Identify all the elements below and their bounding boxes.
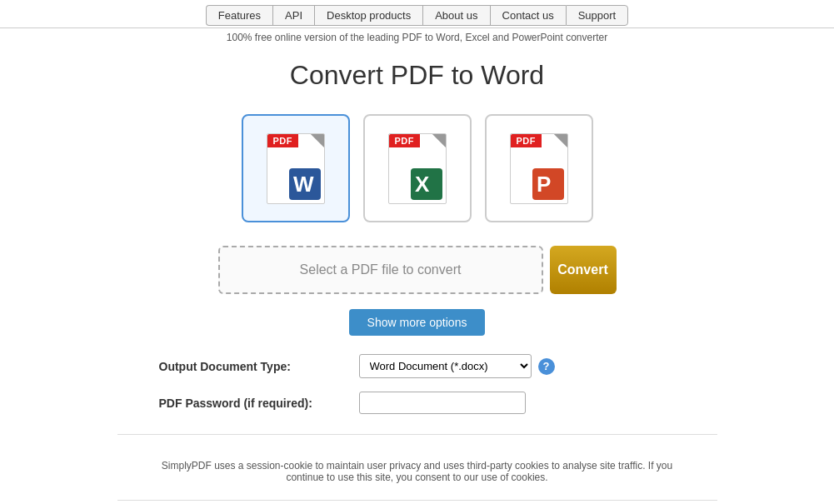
- show-more-button[interactable]: Show more options: [349, 309, 486, 336]
- nav-features[interactable]: Features: [206, 5, 272, 26]
- nav-about-us[interactable]: About us: [422, 5, 489, 26]
- options-form: Output Document Type: Word Document (*.d…: [159, 354, 676, 414]
- conversion-options: PDF W PDF: [117, 114, 717, 222]
- convert-button[interactable]: Convert: [550, 246, 617, 294]
- conv-option-powerpoint[interactable]: PDF P: [485, 114, 593, 222]
- nav-support[interactable]: Support: [566, 5, 629, 26]
- password-row: PDF Password (if required):: [159, 392, 676, 414]
- word-icon-svg: W: [289, 168, 321, 200]
- output-type-controls: Word Document (*.docx) Word 2003 Documen…: [359, 354, 555, 378]
- nav-api[interactable]: API: [272, 5, 314, 26]
- output-type-label: Output Document Type:: [159, 360, 359, 373]
- password-controls: [359, 392, 526, 414]
- main-content: Convert PDF to Word PDF W: [101, 43, 734, 504]
- pdf-excel-icon: PDF X: [388, 133, 447, 204]
- pdf-ppt-icon: PDF P: [510, 133, 568, 204]
- output-type-row: Output Document Type: Word Document (*.d…: [159, 354, 676, 378]
- conv-option-excel[interactable]: PDF X: [363, 114, 472, 222]
- ppt-icon-svg: P: [532, 168, 564, 200]
- password-input[interactable]: [359, 392, 526, 414]
- nav-contact-us[interactable]: Contact us: [490, 5, 566, 26]
- svg-text:X: X: [415, 172, 430, 197]
- drop-area-row: Select a PDF file to convert Convert: [117, 246, 717, 294]
- page-title: Convert PDF to Word: [117, 60, 717, 91]
- cookie-notice: SimplyPDF uses a session-cookie to maint…: [159, 452, 676, 492]
- show-more-row: Show more options: [117, 309, 717, 336]
- tagline: 100% free online version of the leading …: [0, 32, 834, 43]
- pdf-word-icon: PDF W: [267, 133, 325, 204]
- drop-area[interactable]: Select a PDF file to convert: [218, 246, 543, 294]
- nav-desktop-products[interactable]: Desktop products: [314, 5, 422, 26]
- password-label: PDF Password (if required):: [159, 397, 359, 410]
- svg-text:P: P: [537, 172, 551, 197]
- svg-text:W: W: [293, 172, 314, 197]
- nav-bar: Features API Desktop products About us C…: [0, 0, 834, 28]
- output-type-select[interactable]: Word Document (*.docx) Word 2003 Documen…: [359, 354, 532, 378]
- drop-area-label: Select a PDF file to convert: [300, 262, 462, 277]
- excel-icon-svg: X: [411, 168, 442, 200]
- output-type-help-icon[interactable]: ?: [538, 358, 555, 375]
- conv-option-word[interactable]: PDF W: [242, 114, 350, 222]
- divider: [117, 434, 717, 435]
- bottom-divider: [117, 500, 717, 501]
